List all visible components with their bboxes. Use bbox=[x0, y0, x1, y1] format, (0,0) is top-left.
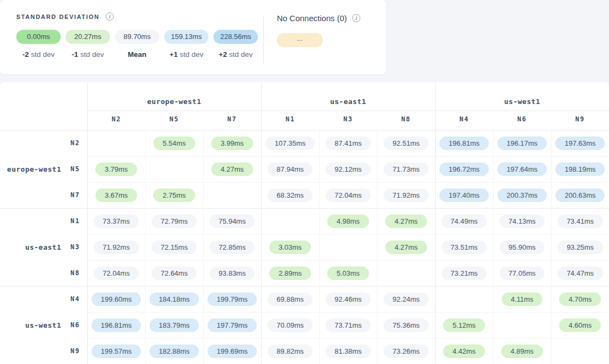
latency-cell: 92.24ms bbox=[377, 286, 435, 312]
latency-cell: 4.98ms bbox=[319, 208, 377, 234]
latency-value-pill[interactable]: 196.72ms bbox=[439, 162, 489, 176]
latency-value-pill[interactable]: 197.63ms bbox=[555, 136, 605, 150]
latency-value-pill[interactable]: 199.79ms bbox=[208, 292, 257, 306]
latency-value-pill[interactable]: 107.35ms bbox=[265, 136, 315, 150]
latency-cell: 75.36ms bbox=[377, 312, 435, 338]
latency-value-pill[interactable]: 3.03ms bbox=[269, 240, 311, 254]
latency-value-pill[interactable]: 73.51ms bbox=[442, 240, 487, 254]
node-column-header: N7 bbox=[203, 110, 261, 130]
latency-value-pill[interactable]: 75.36ms bbox=[384, 318, 429, 332]
latency-value-pill[interactable]: 72.04ms bbox=[94, 266, 139, 280]
latency-value-pill[interactable]: 182.88ms bbox=[150, 344, 199, 358]
latency-value-pill[interactable]: 92.12ms bbox=[326, 162, 371, 176]
latency-value-pill[interactable]: 199.69ms bbox=[208, 344, 257, 358]
latency-value-pill[interactable]: 197.40ms bbox=[439, 188, 489, 202]
latency-value-pill[interactable]: 3.79ms bbox=[95, 162, 137, 176]
latency-value-pill[interactable]: 196.81ms bbox=[439, 136, 489, 150]
info-icon[interactable]: i bbox=[106, 12, 114, 21]
latency-value-pill[interactable]: 73.37ms bbox=[94, 214, 139, 228]
latency-cell: 73.21ms bbox=[435, 260, 493, 286]
latency-cell: 196.81ms bbox=[435, 130, 493, 156]
latency-value-pill[interactable]: 73.41ms bbox=[558, 214, 603, 228]
node-row-label: N4 bbox=[62, 286, 87, 312]
latency-cell: 74.47ms bbox=[551, 260, 609, 286]
latency-value-pill[interactable]: 92.24ms bbox=[384, 292, 429, 306]
latency-value-pill[interactable]: 196.81ms bbox=[92, 318, 141, 332]
latency-cell: 200.63ms bbox=[551, 182, 609, 208]
latency-cell: 182.88ms bbox=[145, 338, 203, 364]
latency-value-pill[interactable]: 72.15ms bbox=[152, 240, 197, 254]
latency-value-pill[interactable]: 4.11ms bbox=[502, 292, 543, 306]
latency-value-pill[interactable]: 92.46ms bbox=[326, 292, 371, 306]
latency-value-pill[interactable]: 200.63ms bbox=[555, 188, 605, 202]
latency-cell: 3.79ms bbox=[87, 156, 145, 182]
latency-value-pill[interactable]: 72.79ms bbox=[152, 214, 197, 228]
latency-value-pill[interactable]: 197.79ms bbox=[208, 318, 257, 332]
latency-value-pill[interactable]: 70.09ms bbox=[268, 318, 313, 332]
latency-value-pill[interactable]: 3.99ms bbox=[211, 136, 253, 150]
latency-value-pill[interactable]: 2.89ms bbox=[269, 266, 311, 280]
latency-value-pill[interactable]: 73.21ms bbox=[442, 266, 487, 280]
latency-value-pill[interactable]: 74.47ms bbox=[558, 266, 603, 280]
latency-value-pill[interactable]: 74.49ms bbox=[442, 214, 487, 228]
latency-value-pill[interactable]: 73.71ms bbox=[326, 318, 371, 332]
latency-value-pill[interactable]: 184.18ms bbox=[150, 292, 199, 306]
latency-value-pill[interactable]: 4.98ms bbox=[327, 214, 369, 228]
latency-value-pill[interactable]: 4.70ms bbox=[559, 292, 601, 306]
latency-value-pill[interactable]: 92.51ms bbox=[384, 136, 429, 150]
node-row-label: N3 bbox=[62, 234, 87, 260]
bucket-suffix: std dev bbox=[229, 50, 253, 58]
latency-value-pill[interactable]: 95.90ms bbox=[500, 240, 545, 254]
node-row-label: N2 bbox=[62, 130, 87, 156]
latency-value-pill[interactable]: 74.13ms bbox=[500, 214, 545, 228]
latency-cell: 81.38ms bbox=[319, 338, 377, 364]
latency-value-pill[interactable]: 3.67ms bbox=[95, 188, 137, 202]
latency-value-pill[interactable]: 4.89ms bbox=[501, 344, 543, 358]
latency-value-pill[interactable]: 73.26ms bbox=[384, 344, 429, 358]
latency-value-pill[interactable]: 72.64ms bbox=[152, 266, 197, 280]
latency-value-pill[interactable]: 77.05ms bbox=[500, 266, 545, 280]
matrix-header: europe-west1us-east1us-west1N2N5N7N1N3N8… bbox=[0, 82, 609, 130]
info-icon[interactable]: i bbox=[352, 14, 360, 22]
latency-value-pill[interactable]: 5.12ms bbox=[443, 318, 485, 332]
latency-value-pill[interactable]: 71.92ms bbox=[384, 188, 429, 202]
latency-value-pill[interactable]: 4.27ms bbox=[211, 162, 253, 176]
latency-cell: 69.88ms bbox=[261, 286, 319, 312]
latency-value-pill[interactable]: 69.88ms bbox=[268, 292, 313, 306]
latency-value-pill[interactable]: 68.32ms bbox=[268, 188, 313, 202]
latency-value-pill[interactable]: 4.27ms bbox=[385, 240, 427, 254]
latency-value-pill[interactable]: 81.38ms bbox=[326, 344, 371, 358]
latency-value-pill[interactable]: 200.37ms bbox=[497, 188, 547, 202]
latency-cell: 71.92ms bbox=[377, 182, 435, 208]
latency-value-pill[interactable]: 199.60ms bbox=[92, 292, 141, 306]
latency-value-pill[interactable]: 89.82ms bbox=[268, 344, 313, 358]
latency-value-pill[interactable]: 5.54ms bbox=[153, 136, 195, 150]
latency-value-pill[interactable]: 93.83ms bbox=[210, 266, 255, 280]
latency-value-pill[interactable]: 75.94ms bbox=[210, 214, 255, 228]
latency-value-pill[interactable]: 87.41ms bbox=[326, 136, 371, 150]
latency-value-pill[interactable]: 4.42ms bbox=[443, 344, 485, 358]
latency-value-pill[interactable]: 72.85ms bbox=[210, 240, 255, 254]
latency-value-pill[interactable]: 5.03ms bbox=[327, 266, 369, 280]
latency-value-pill[interactable]: 71.92ms bbox=[94, 240, 139, 254]
latency-value-pill[interactable]: 87.94ms bbox=[268, 162, 313, 176]
latency-cell: 4.42ms bbox=[435, 338, 493, 364]
latency-value-pill[interactable]: 93.25ms bbox=[558, 240, 603, 254]
latency-value-pill[interactable]: 4.27ms bbox=[385, 214, 427, 228]
latency-value-pill[interactable]: 183.79ms bbox=[150, 318, 199, 332]
latency-value-pill[interactable]: 196.17ms bbox=[497, 136, 547, 150]
latency-value-pill[interactable]: 4.60ms bbox=[559, 318, 601, 332]
latency-value-pill[interactable]: 197.64ms bbox=[497, 162, 547, 176]
matrix-corner-cell bbox=[0, 82, 87, 130]
latency-cell: 92.46ms bbox=[319, 286, 377, 312]
latency-value-pill[interactable]: 2.75ms bbox=[153, 188, 195, 202]
latency-cell: 72.04ms bbox=[87, 260, 145, 286]
latency-value-pill[interactable]: 199.57ms bbox=[92, 344, 141, 358]
latency-value-pill[interactable]: 72.04ms bbox=[326, 188, 371, 202]
region-column-header: us-east1 bbox=[261, 82, 435, 110]
legend-pill-mean: 89.70ms bbox=[115, 30, 159, 44]
latency-value-pill[interactable]: 198.19ms bbox=[555, 162, 605, 176]
latency-cell: 87.94ms bbox=[261, 156, 319, 182]
no-connections-section: No Connections (0) i -- bbox=[264, 12, 360, 74]
latency-value-pill[interactable]: 71.73ms bbox=[384, 162, 429, 176]
